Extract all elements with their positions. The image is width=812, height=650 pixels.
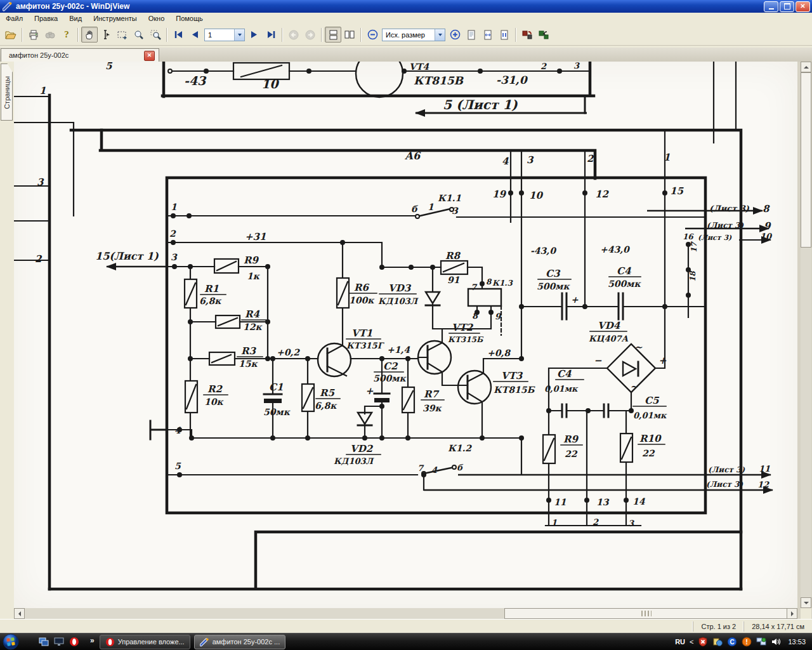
layout-facing-button[interactable]	[341, 27, 358, 43]
svg-text:4: 4	[431, 465, 438, 475]
maximize-button[interactable]	[780, 1, 794, 12]
task-label: амфитон 25у-002с ...	[213, 638, 280, 646]
layout-single-button[interactable]	[325, 27, 341, 43]
svg-text:1: 1	[551, 518, 557, 527]
quick-launch-expand[interactable]: »	[90, 636, 95, 645]
explorer-icon[interactable]	[53, 636, 65, 647]
menu-edit[interactable]: Правка	[29, 13, 63, 23]
svg-text:(Лист 3): (Лист 3)	[706, 480, 743, 489]
horizontal-scroll-thumb[interactable]	[504, 608, 789, 619]
tray-collapse-chevron[interactable]: <	[690, 638, 693, 646]
menu-window[interactable]: Окно	[143, 13, 171, 23]
rotate-left-button[interactable]	[519, 27, 535, 43]
svg-text:(Лист 3): (Лист 3)	[707, 221, 743, 230]
svg-text:11: 11	[759, 464, 770, 474]
messenger-icon[interactable]: C	[727, 637, 737, 647]
taskbar-clock[interactable]: 13:53	[788, 638, 806, 646]
help-button[interactable]: ?	[58, 27, 75, 43]
menu-view[interactable]: Вид	[63, 13, 88, 23]
svg-text:C: C	[730, 639, 735, 646]
zoom-tool-button[interactable]	[131, 27, 147, 43]
text-select-tool-button[interactable]	[98, 27, 114, 43]
document-page[interactable]: 5-4310VT4КТ815В-31,0235 (Лист 1)13215(Ли…	[14, 62, 797, 608]
scroll-right-icon[interactable]	[787, 608, 797, 619]
taskbar-task-windjview[interactable]: амфитон 25у-002с ...	[194, 635, 286, 649]
svg-text:3: 3	[573, 62, 580, 70]
network-icon[interactable]	[756, 637, 766, 647]
search-button[interactable]	[42, 27, 58, 43]
sidebar-tab-pages[interactable]: Страницы	[1, 63, 13, 121]
zoom-level-dropdown[interactable]	[435, 29, 445, 41]
fit-page-button[interactable]	[463, 27, 480, 43]
first-page-button[interactable]	[170, 27, 187, 43]
forward-button[interactable]	[302, 27, 318, 43]
zoom-rect-tool-button[interactable]	[147, 27, 164, 43]
print-button[interactable]	[25, 27, 42, 43]
update-icon[interactable]	[712, 637, 723, 647]
hand-tool-button[interactable]	[81, 27, 98, 43]
open-button[interactable]	[3, 27, 19, 43]
volume-icon[interactable]	[771, 637, 781, 647]
document-tab-label: амфитон 25у-002с	[9, 51, 69, 59]
menu-file[interactable]: Файл	[0, 13, 29, 23]
close-button[interactable]: ✕	[796, 1, 810, 12]
svg-text:C5: C5	[645, 395, 660, 406]
svg-text:К1.3: К1.3	[492, 279, 513, 288]
rotate-right-button[interactable]	[535, 27, 552, 43]
svg-text:+43,0: +43,0	[600, 244, 630, 255]
taskbar-task-opera[interactable]: Управление вложе...	[100, 635, 190, 649]
svg-text:R2: R2	[207, 383, 223, 395]
fit-width-button[interactable]	[480, 27, 496, 43]
menu-help[interactable]: Помощь	[170, 13, 209, 23]
horizontal-scrollbar[interactable]	[14, 608, 797, 619]
page-number-value[interactable]: 1	[208, 31, 212, 39]
zoom-in-button[interactable]	[447, 27, 463, 43]
svg-text:50мк: 50мк	[263, 407, 291, 417]
opera-icon[interactable]	[69, 636, 80, 647]
svg-text:А6: А6	[405, 150, 421, 162]
sidebar-tab-pages-label: Страницы	[3, 67, 11, 118]
scroll-up-icon[interactable]	[801, 62, 811, 72]
svg-text:+0,2: +0,2	[277, 347, 300, 357]
warning-icon[interactable]: !	[742, 637, 752, 647]
svg-text:6,8к: 6,8к	[315, 401, 337, 411]
actual-size-button[interactable]	[496, 27, 513, 43]
scroll-down-icon[interactable]	[801, 597, 811, 608]
svg-text:К1.2: К1.2	[448, 443, 472, 453]
svg-text:(Лист 3): (Лист 3)	[698, 234, 732, 242]
svg-text:+31: +31	[245, 231, 266, 242]
tab-close-icon[interactable]: ✕	[144, 51, 155, 61]
last-page-button[interactable]	[263, 27, 279, 43]
menu-tools[interactable]: Инструменты	[88, 13, 143, 23]
next-page-button[interactable]	[246, 27, 263, 43]
scroll-left-icon[interactable]	[14, 608, 25, 619]
window-title: амфитон 25у-002с - WinDjView	[16, 2, 129, 11]
start-button[interactable]	[1, 633, 20, 650]
zoom-out-button[interactable]	[364, 27, 381, 43]
vertical-scroll-thumb[interactable]	[801, 72, 811, 248]
rect-select-tool-button[interactable]	[114, 27, 131, 43]
security-alert-icon[interactable]	[698, 637, 708, 647]
svg-text:-43,0: -43,0	[530, 246, 556, 256]
show-desktop-icon[interactable]	[38, 636, 49, 647]
svg-text:VD2: VD2	[350, 443, 374, 454]
vertical-scrollbar[interactable]	[801, 62, 811, 608]
svg-text:VD3: VD3	[388, 282, 412, 294]
svg-text:R3: R3	[241, 345, 256, 357]
zoom-level-combo[interactable]: Исх. размер	[382, 29, 445, 41]
document-tab[interactable]: амфитон 25у-002с ✕	[1, 48, 159, 62]
svg-text:18: 18	[688, 270, 697, 282]
prev-page-button[interactable]	[187, 27, 203, 43]
svg-text:7: 7	[471, 282, 478, 292]
language-indicator[interactable]: RU	[675, 638, 685, 646]
page-number-box[interactable]: 1	[204, 29, 245, 41]
task-label: Управление вложе...	[118, 638, 185, 646]
zoom-level-value[interactable]: Исх. размер	[386, 31, 425, 39]
svg-text:VT1: VT1	[351, 328, 372, 339]
back-button[interactable]	[285, 27, 302, 43]
minimize-button[interactable]	[764, 1, 778, 12]
svg-text:КД103Л: КД103Л	[378, 296, 419, 306]
page-number-dropdown[interactable]	[234, 29, 244, 41]
svg-text:КД103Л: КД103Л	[334, 456, 375, 466]
svg-text:R8: R8	[445, 250, 461, 262]
